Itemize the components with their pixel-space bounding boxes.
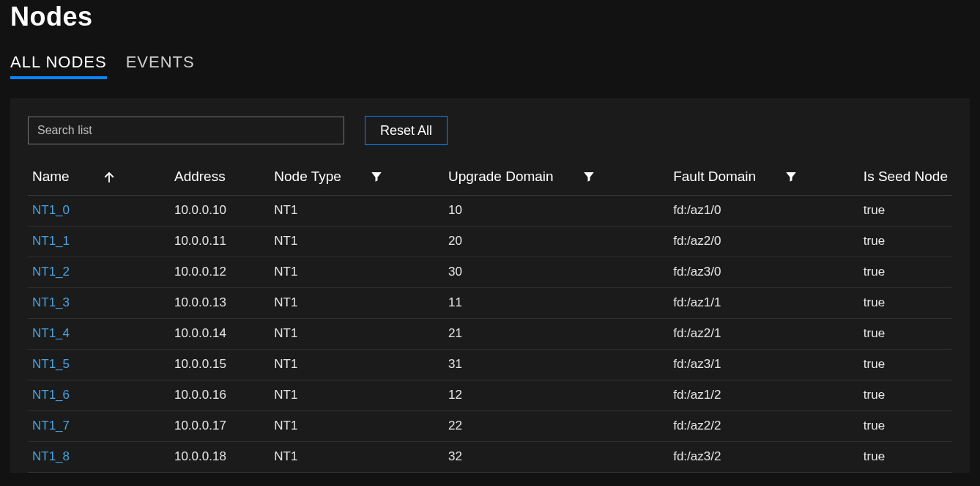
table-row: NT1_710.0.0.17NT122fd:/az2/2true: [28, 411, 952, 442]
cell-fault-domain: fd:/az1/0: [669, 196, 859, 227]
cell-address: 10.0.0.16: [170, 380, 270, 411]
col-header-upgrade-domain-label: Upgrade Domain: [448, 169, 554, 185]
sort-asc-icon[interactable]: [102, 170, 116, 185]
node-link[interactable]: NT1_7: [32, 419, 70, 432]
cell-name: NT1_8: [28, 442, 170, 473]
col-header-upgrade-domain[interactable]: Upgrade Domain: [444, 163, 669, 196]
cell-is-seed-node: true: [859, 319, 952, 350]
filter-icon[interactable]: [369, 169, 384, 184]
table-row: NT1_110.0.0.11NT120fd:/az2/0true: [28, 227, 952, 257]
cell-upgrade-domain: 11: [444, 288, 669, 319]
node-link[interactable]: NT1_4: [32, 326, 70, 340]
reset-all-button[interactable]: Reset All: [365, 116, 448, 145]
col-header-name[interactable]: Name: [28, 163, 170, 196]
col-header-fault-domain[interactable]: Fault Domain: [669, 163, 859, 196]
col-header-node-type-label: Node Type: [274, 169, 341, 185]
search-input[interactable]: [28, 117, 344, 144]
cell-upgrade-domain: 31: [444, 350, 669, 380]
table-row: NT1_810.0.0.18NT132fd:/az3/2true: [28, 442, 952, 473]
cell-node-type: NT1: [270, 319, 444, 350]
cell-node-type: NT1: [270, 442, 444, 473]
filter-icon[interactable]: [784, 169, 798, 184]
tab-all-nodes[interactable]: ALL NODES: [10, 53, 107, 79]
cell-name: NT1_0: [28, 196, 170, 227]
cell-node-type: NT1: [270, 350, 444, 380]
cell-name: NT1_3: [28, 288, 170, 319]
cell-is-seed-node: true: [859, 350, 952, 380]
cell-fault-domain: fd:/az3/1: [669, 350, 859, 380]
cell-fault-domain: fd:/az2/0: [669, 227, 859, 257]
panel: Reset All Name: [10, 98, 970, 473]
table-header-row: Name Address: [28, 163, 952, 196]
cell-is-seed-node: true: [859, 257, 952, 288]
cell-node-type: NT1: [270, 288, 444, 319]
node-link[interactable]: NT1_2: [32, 265, 70, 279]
cell-address: 10.0.0.15: [170, 350, 270, 380]
table-row: NT1_610.0.0.16NT112fd:/az1/2true: [28, 380, 952, 411]
col-header-address[interactable]: Address: [170, 163, 270, 196]
cell-fault-domain: fd:/az2/2: [669, 411, 859, 442]
table-row: NT1_410.0.0.14NT121fd:/az2/1true: [28, 319, 952, 350]
table-row: NT1_310.0.0.13NT111fd:/az1/1true: [28, 288, 952, 319]
node-link[interactable]: NT1_5: [32, 357, 70, 371]
node-link[interactable]: NT1_8: [32, 449, 70, 463]
cell-is-seed-node: true: [859, 442, 952, 473]
cell-node-type: NT1: [270, 411, 444, 442]
cell-address: 10.0.0.13: [170, 288, 270, 319]
cell-upgrade-domain: 30: [444, 257, 669, 288]
cell-is-seed-node: true: [859, 411, 952, 442]
node-link[interactable]: NT1_3: [32, 295, 70, 309]
nodes-table: Name Address: [28, 163, 952, 473]
toolbar: Reset All: [28, 116, 952, 145]
table-row: NT1_510.0.0.15NT131fd:/az3/1true: [28, 350, 952, 380]
cell-address: 10.0.0.12: [170, 257, 270, 288]
cell-is-seed-node: true: [859, 196, 952, 227]
cell-upgrade-domain: 21: [444, 319, 669, 350]
cell-upgrade-domain: 10: [444, 196, 669, 227]
table-row: NT1_010.0.0.10NT110fd:/az1/0true: [28, 196, 952, 227]
tab-events[interactable]: EVENTS: [126, 53, 195, 79]
cell-node-type: NT1: [270, 227, 444, 257]
cell-node-type: NT1: [270, 380, 444, 411]
cell-is-seed-node: true: [859, 288, 952, 319]
cell-address: 10.0.0.14: [170, 319, 270, 350]
node-link[interactable]: NT1_1: [32, 234, 70, 248]
cell-name: NT1_5: [28, 350, 170, 380]
cell-is-seed-node: true: [859, 227, 952, 257]
node-link[interactable]: NT1_6: [32, 388, 70, 402]
cell-name: NT1_4: [28, 319, 170, 350]
cell-upgrade-domain: 22: [444, 411, 669, 442]
col-header-address-label: Address: [174, 169, 226, 184]
col-header-is-seed-node-label: Is Seed Node: [864, 169, 948, 184]
node-link[interactable]: NT1_0: [32, 203, 70, 217]
cell-upgrade-domain: 12: [444, 380, 669, 411]
cell-fault-domain: fd:/az1/2: [669, 380, 859, 411]
cell-address: 10.0.0.18: [170, 442, 270, 473]
col-header-is-seed-node[interactable]: Is Seed Node: [859, 163, 952, 196]
cell-address: 10.0.0.11: [170, 227, 270, 257]
cell-fault-domain: fd:/az3/0: [669, 257, 859, 288]
cell-name: NT1_2: [28, 257, 170, 288]
cell-fault-domain: fd:/az3/2: [669, 442, 859, 473]
cell-node-type: NT1: [270, 257, 444, 288]
page-title: Nodes: [10, 1, 970, 32]
cell-address: 10.0.0.10: [170, 196, 270, 227]
cell-upgrade-domain: 20: [444, 227, 669, 257]
cell-name: NT1_6: [28, 380, 170, 411]
cell-address: 10.0.0.17: [170, 411, 270, 442]
cell-name: NT1_7: [28, 411, 170, 442]
cell-fault-domain: fd:/az1/1: [669, 288, 859, 319]
col-header-node-type[interactable]: Node Type: [270, 163, 444, 196]
cell-is-seed-node: true: [859, 380, 952, 411]
cell-name: NT1_1: [28, 227, 170, 257]
col-header-name-label: Name: [32, 169, 70, 185]
cell-fault-domain: fd:/az2/1: [669, 319, 859, 350]
table-row: NT1_210.0.0.12NT130fd:/az3/0true: [28, 257, 952, 288]
tabs: ALL NODES EVENTS: [10, 53, 970, 79]
col-header-fault-domain-label: Fault Domain: [673, 169, 756, 185]
cell-upgrade-domain: 32: [444, 442, 669, 473]
filter-icon[interactable]: [582, 169, 596, 184]
cell-node-type: NT1: [270, 196, 444, 227]
